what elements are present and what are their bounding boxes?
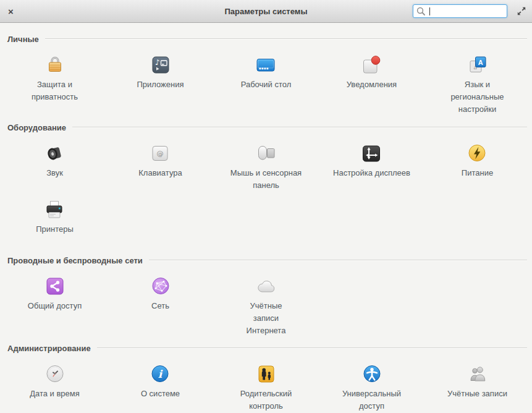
settings-item-language[interactable]: a A Язык и региональные настройки <box>437 54 518 116</box>
section-personal: Личные <box>7 35 527 43</box>
settings-item-label: Приложения <box>137 79 184 91</box>
svg-text:@: @ <box>157 150 164 158</box>
section-label: Оборудование <box>7 123 66 132</box>
share-icon <box>44 276 65 297</box>
desktop-icon <box>255 54 276 75</box>
settings-item-label: Учётные записи <box>447 388 507 400</box>
language-icon: a A <box>467 54 488 75</box>
settings-item-applications[interactable]: ♪ Приложения <box>137 54 184 91</box>
settings-item-label: Принтеры <box>36 223 74 236</box>
search-icon <box>416 6 426 17</box>
settings-item-displays[interactable]: Настройка дисплеев <box>333 143 410 179</box>
settings-item-universal-access[interactable]: Универсальный доступ <box>332 364 412 412</box>
settings-item-printers[interactable]: Принтеры <box>36 199 74 236</box>
headerbar: × Параметры системы <box>0 0 532 23</box>
search-input[interactable] <box>430 7 507 15</box>
expand-icon[interactable] <box>517 6 526 16</box>
printer-icon <box>44 199 65 220</box>
settings-item-label: Клавиатура <box>138 167 182 179</box>
settings-item-parental-controls[interactable]: Родительский контроль <box>226 364 306 412</box>
settings-item-label: Питание <box>462 167 493 179</box>
section-hardware-grid-row2: Принтеры <box>2 192 530 236</box>
notifications-icon <box>361 54 382 75</box>
section-divider <box>149 260 527 261</box>
svg-text:♪: ♪ <box>155 58 160 67</box>
parental-controls-icon <box>256 364 277 385</box>
settings-item-network[interactable]: Сеть <box>150 276 171 312</box>
section-networks: Проводные и беспроводные сети <box>7 256 527 265</box>
settings-item-mouse-touchpad[interactable]: Мышь и сенсорная панель <box>226 143 306 192</box>
section-divider <box>72 127 527 128</box>
user-accounts-icon <box>467 364 488 385</box>
section-label: Личные <box>7 35 39 44</box>
network-icon <box>150 276 171 297</box>
applications-icon: ♪ <box>150 54 171 75</box>
settings-item-label: Рабочий стол <box>241 79 292 91</box>
settings-item-user-accounts[interactable]: Учётные записи <box>447 364 507 400</box>
settings-item-label: Звук <box>46 167 63 179</box>
settings-item-label: Сеть <box>151 300 169 312</box>
section-administration-grid: Дата и время i О системе Родительский ко… <box>2 352 530 412</box>
settings-item-keyboard[interactable]: @ Клавиатура <box>138 143 182 179</box>
section-administration: Администрирование <box>7 344 527 352</box>
settings-item-sound[interactable]: Звук <box>44 143 65 179</box>
section-personal-grid: Защита и приватность ♪ Приложения <box>2 43 530 116</box>
settings-item-label: Универсальный доступ <box>332 388 412 412</box>
window-title: Параметры системы <box>224 7 307 16</box>
settings-item-desktop[interactable]: Рабочий стол <box>241 54 292 91</box>
settings-item-notifications[interactable]: Уведомления <box>347 54 397 91</box>
settings-item-label: Защита и приватность <box>15 79 95 103</box>
settings-item-label: Мышь и сенсорная панель <box>226 167 306 192</box>
speaker-icon <box>44 143 65 164</box>
clock-icon <box>44 364 65 385</box>
section-networks-grid: Общий доступ Сеть Учё <box>2 265 530 337</box>
settings-item-label: О системе <box>141 388 180 400</box>
settings-item-about[interactable]: i О системе <box>141 364 180 400</box>
section-hardware: Оборудование <box>7 123 527 132</box>
power-icon <box>467 143 488 164</box>
settings-item-security-privacy[interactable]: Защита и приватность <box>15 54 95 103</box>
mouse-touchpad-icon <box>256 143 277 164</box>
settings-item-date-time[interactable]: Дата и время <box>30 364 80 400</box>
settings-item-label: Родительский контроль <box>226 388 306 412</box>
settings-item-power[interactable]: Питание <box>462 143 493 179</box>
section-hardware-grid: Звук @ Клавиатура Мышь и сенсорная панел… <box>2 132 530 192</box>
search-box[interactable] <box>413 4 507 18</box>
lock-icon <box>44 54 65 75</box>
accessibility-icon <box>361 364 382 385</box>
section-divider <box>97 347 527 349</box>
info-icon: i <box>150 364 171 385</box>
settings-item-label: Общий доступ <box>28 300 82 312</box>
keyboard-icon: @ <box>150 143 171 164</box>
settings-item-online-accounts[interactable]: Учётные записи Интернета <box>241 276 292 337</box>
section-label: Администрирование <box>7 344 91 353</box>
settings-item-sharing[interactable]: Общий доступ <box>28 276 82 312</box>
svg-text:A: A <box>478 59 483 66</box>
cloud-icon <box>256 276 277 297</box>
settings-item-label: Язык и региональные настройки <box>437 79 518 116</box>
settings-item-label: Дата и время <box>30 388 80 400</box>
display-icon <box>361 143 382 164</box>
section-divider <box>45 38 527 40</box>
section-label: Проводные и беспроводные сети <box>7 256 143 265</box>
settings-item-label: Учётные записи Интернета <box>241 300 292 337</box>
settings-item-label: Настройка дисплеев <box>333 167 410 179</box>
settings-item-label: Уведомления <box>347 79 397 91</box>
close-icon[interactable]: × <box>8 7 14 16</box>
